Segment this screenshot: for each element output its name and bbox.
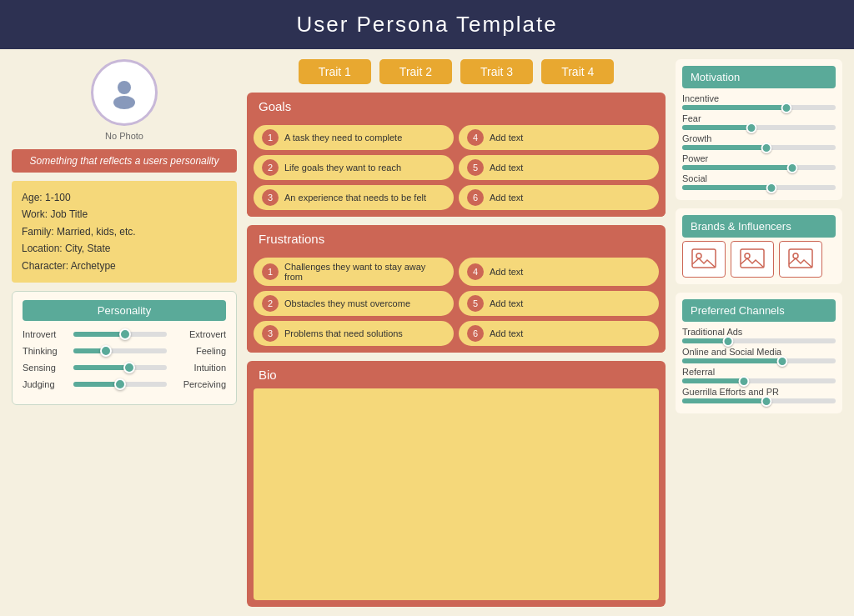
goal-item-5: 5 Add text [459,155,659,180]
incentive-label: Incentive [682,93,836,103]
bio-line-4: Location: City, State [22,240,227,257]
frustrations-grid: 1 Challenges they want to stay away from… [247,253,666,353]
goal-item-4: 4 Add text [459,125,659,150]
brand-placeholder-1 [682,241,726,278]
slider-label-perceiving: Perceiving [172,379,226,389]
slider-track-4[interactable] [73,382,167,387]
user-icon [106,74,143,111]
avatar-section: No Photo [12,59,237,141]
goals-grid: 1 A task they need to complete 4 Add tex… [247,120,666,217]
frust-item-4: 4 Add text [459,258,659,286]
goal-item-2: 2 Life goals they want to reach [254,155,454,180]
channels-title: Preferred Channels [682,299,836,322]
bio-card: Bio [247,361,666,607]
goal-num-2: 2 [262,159,279,176]
page-title: User Persona Template [296,12,557,37]
bio-line-2: Work: Job Title [22,206,227,223]
slider-label-introvert: Introvert [23,329,68,339]
frust-text-4: Add text [490,267,523,277]
trait-btn-4[interactable]: Trait 4 [541,59,614,84]
slider-label-extrovert: Extrovert [172,329,226,339]
goal-text-2: Life goals they want to reach [284,163,401,173]
bio-line-5: Character: Archetype [22,258,227,274]
channels-box: Preferred Channels Traditional Ads Onlin… [676,293,842,413]
guerrilla-label: Guerrilla Efforts and PR [682,387,836,397]
trait-btn-3[interactable]: Trait 3 [460,59,533,84]
brands-box: Brands & Influencers [676,208,842,284]
goal-item-6: 6 Add text [459,185,659,210]
personality-slider-2: Thinking Feeling [23,346,226,356]
goals-card: Goals 1 A task they need to complete 4 A… [247,93,666,217]
frust-text-6: Add text [490,328,523,338]
goal-text-1: A task they need to complete [284,133,402,143]
brand-placeholder-3 [779,241,822,278]
goals-title: Goals [247,93,666,120]
channel-slider-traditional: Traditional Ads [682,327,836,343]
motivation-box: Motivation Incentive Fear [676,59,842,200]
frust-text-1: Challenges they want to stay away from [284,262,445,282]
goal-num-5: 5 [467,159,484,176]
social-media-label: Online and Social Media [682,347,836,357]
trait-btn-2[interactable]: Trait 2 [379,59,452,84]
bio-content-area [254,388,659,600]
channel-slider-guerrilla: Guerrilla Efforts and PR [682,387,836,403]
power-label: Power [682,153,836,163]
slider-track-3[interactable] [73,365,167,370]
slider-track-1[interactable] [73,332,167,337]
slider-label-feeling: Feeling [172,346,226,356]
goal-num-4: 4 [467,129,484,146]
no-photo-label: No Photo [105,131,143,141]
personality-slider-1: Introvert Extrovert [23,329,226,339]
frustrations-title: Frustrations [247,225,666,253]
personality-title: Personality [23,300,226,321]
frust-text-2: Obstacles they must overcome [284,298,410,308]
frust-text-5: Add text [490,298,523,308]
personality-slider-3: Sensing Intuition [23,363,226,373]
bio-info: Age: 1-100 Work: Job Title Family: Marri… [12,181,237,283]
motivation-slider-incentive: Incentive [682,93,836,110]
channel-slider-referral: Referral [682,367,836,383]
left-column: No Photo Something that reflects a users… [12,59,237,607]
brands-grid [682,241,836,278]
bio-line-1: Age: 1-100 [22,189,227,206]
frust-text-3: Problems that need solutions [284,328,403,338]
slider-track-2[interactable] [73,348,167,353]
goal-text-6: Add text [490,193,523,203]
frust-item-1: 1 Challenges they want to stay away from [254,258,454,286]
social-label: Social [682,173,836,183]
center-column: Trait 1 Trait 2 Trait 3 Trait 4 Goals 1 … [247,59,666,607]
channel-slider-social: Online and Social Media [682,347,836,363]
trait-btn-1[interactable]: Trait 1 [299,59,371,84]
personality-slider-4: Judging Perceiving [23,379,226,389]
goal-num-6: 6 [467,189,484,206]
motivation-slider-fear: Fear [682,113,836,130]
goal-text-4: Add text [490,133,523,143]
goal-item-1: 1 A task they need to complete [254,125,454,150]
frustrations-card: Frustrations 1 Challenges they want to s… [247,225,666,353]
slider-label-sensing: Sensing [23,363,68,373]
motivation-title: Motivation [682,66,836,88]
slider-label-thinking: Thinking [23,346,68,356]
traditional-ads-label: Traditional Ads [682,327,836,337]
frust-num-2: 2 [262,295,279,312]
frust-item-6: 6 Add text [459,321,659,346]
slider-label-judging: Judging [23,379,68,389]
image-placeholder-icon-3 [787,246,814,273]
frust-item-3: 3 Problems that need solutions [254,321,454,346]
goal-item-3: 3 An experience that needs to be felt [254,185,454,210]
svg-point-0 [118,81,131,94]
image-placeholder-icon-1 [691,246,717,273]
frust-item-5: 5 Add text [459,291,659,316]
persona-tagline: Something that reflects a users personal… [12,149,237,173]
brand-placeholder-2 [731,241,774,278]
bio-line-3: Family: Married, kids, etc. [22,223,227,240]
motivation-slider-social: Social [682,173,836,190]
frust-num-1: 1 [262,263,279,280]
traits-row: Trait 1 Trait 2 Trait 3 Trait 4 [247,59,666,84]
motivation-slider-growth: Growth [682,133,836,150]
image-placeholder-icon-2 [739,246,766,273]
goal-text-3: An experience that needs to be felt [284,193,426,203]
bio-card-title: Bio [247,361,666,388]
right-column: Motivation Incentive Fear [676,59,842,607]
goal-text-5: Add text [490,163,523,173]
